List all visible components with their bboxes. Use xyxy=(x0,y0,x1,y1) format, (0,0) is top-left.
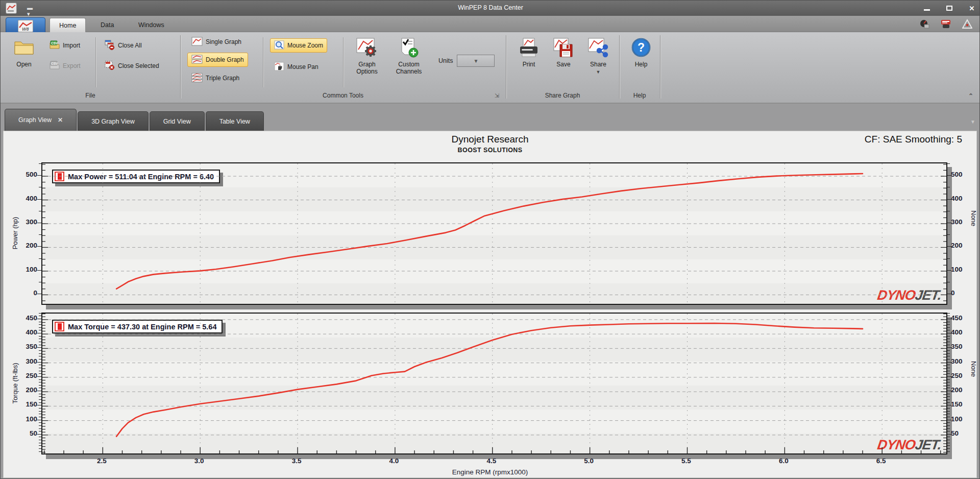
tick-mark xyxy=(947,425,950,426)
close-button[interactable]: ✕ xyxy=(967,5,976,12)
ribbon-tab-home[interactable]: Home xyxy=(50,18,86,32)
tick-label: 500 xyxy=(951,171,963,178)
power-chart-plot[interactable]: Max Power = 511.04 at Engine RPM = 6.40 … xyxy=(41,162,947,305)
tick-mark xyxy=(39,368,41,368)
tick-label: 300 xyxy=(8,357,37,365)
save-button[interactable]: Save xyxy=(549,34,578,87)
tick-mark xyxy=(947,339,950,339)
tab-table-view[interactable]: Table View xyxy=(206,111,264,131)
share-dropdown-caret-icon[interactable]: ▼ xyxy=(596,68,601,76)
minimize-button[interactable] xyxy=(922,5,932,12)
tick-label: 0 xyxy=(951,289,955,297)
correction-factor-label: CF: SAE Smoothing: 5 xyxy=(865,134,962,145)
close-all-button[interactable]: Close All xyxy=(101,38,146,53)
torque-chart-plot[interactable]: Max Torque = 437.30 at Engine RPM = 5.64… xyxy=(41,313,947,454)
tick-mark xyxy=(947,382,950,382)
custom-channels-button[interactable]: Custom Channels xyxy=(390,34,427,87)
tick-label: 50 xyxy=(8,429,37,437)
tick-label: 6.0 xyxy=(772,457,795,465)
winpep-logo-icon: W8 xyxy=(18,20,33,32)
import-button[interactable]: CSV Import xyxy=(45,38,84,53)
tick-label: 3.5 xyxy=(285,457,308,465)
tab-graph-view[interactable]: Graph View ✕ xyxy=(5,109,77,131)
common-tools-dialog-launcher-icon[interactable]: ⇲ xyxy=(495,92,499,99)
graph-options-gear-icon xyxy=(356,37,378,61)
tick-label: 6.5 xyxy=(870,457,892,465)
tick-mark xyxy=(37,175,41,176)
maximize-button[interactable] xyxy=(945,5,954,12)
tick-label: 5.0 xyxy=(578,457,600,465)
tick-mark xyxy=(39,342,41,342)
tick-mark xyxy=(947,365,950,365)
graph-options-button[interactable]: Graph Options xyxy=(351,34,383,87)
svg-text:CSV: CSV xyxy=(51,41,58,45)
tick-mark xyxy=(37,376,41,377)
tick-mark xyxy=(39,324,41,325)
window-title: WinPEP 8 Data Center xyxy=(1,4,980,11)
double-graph-button[interactable]: Double Graph xyxy=(187,53,248,67)
units-dropdown[interactable]: ▼ xyxy=(457,55,495,67)
report-subtitle: BOOST SOLUTIONS xyxy=(4,147,976,154)
tick-mark xyxy=(39,440,41,440)
help-button[interactable]: ? Help xyxy=(626,34,656,87)
tick-mark xyxy=(39,322,41,322)
tick-mark xyxy=(947,434,951,435)
tick-label: 500 xyxy=(8,171,37,178)
ribbon-tab-data[interactable]: Data xyxy=(91,18,123,32)
report-title: Dynojet Research xyxy=(4,134,976,145)
warning-triangle-tray-icon[interactable] xyxy=(962,19,972,29)
mouse-zoom-button[interactable]: Mouse Zoom xyxy=(270,38,327,53)
collapse-ribbon-icon[interactable]: ⌃ xyxy=(968,92,973,100)
tick-mark xyxy=(947,368,950,368)
share-button[interactable]: Share ▼ xyxy=(583,34,613,87)
tab-grid-view[interactable]: Grid View xyxy=(150,111,205,131)
tab-list-dropdown-icon[interactable]: ▼ xyxy=(970,119,975,125)
tick-mark xyxy=(39,431,41,432)
export-csv-icon: CSV xyxy=(50,61,60,71)
svg-text:?: ? xyxy=(638,41,645,54)
tick-mark xyxy=(39,451,41,452)
tab-3d-graph-view[interactable]: 3D Graph View xyxy=(78,111,149,131)
tick-mark xyxy=(947,443,950,443)
tick-mark xyxy=(947,399,950,400)
gauge-tray-icon[interactable] xyxy=(919,19,929,29)
device-tray-icon[interactable] xyxy=(941,19,951,29)
tick-mark xyxy=(947,319,951,319)
tick-mark xyxy=(39,443,41,443)
print-icon xyxy=(518,37,540,61)
tick-label: 150 xyxy=(8,400,37,408)
tick-mark xyxy=(39,316,41,316)
tick-mark xyxy=(947,388,950,388)
tick-mark xyxy=(947,391,951,391)
single-graph-button[interactable]: Single Graph xyxy=(187,35,246,49)
tick-mark xyxy=(947,408,950,409)
triple-graph-button[interactable]: Triple Graph xyxy=(187,71,243,85)
tick-mark xyxy=(947,373,950,374)
tick-mark xyxy=(39,282,41,282)
print-button[interactable]: Print xyxy=(514,34,544,87)
close-selected-button[interactable]: Close Selected xyxy=(101,59,163,73)
close-tab-icon[interactable]: ✕ xyxy=(58,116,63,124)
tick-mark xyxy=(947,316,950,316)
tick-mark xyxy=(39,345,41,345)
app-window: { "window": { "title": "WinPEP 8 Data Ce… xyxy=(0,0,980,479)
tick-label: 200 xyxy=(8,242,37,249)
tick-mark xyxy=(947,440,950,440)
tick-mark xyxy=(947,211,950,211)
tick-mark xyxy=(39,385,41,386)
tick-mark xyxy=(39,408,41,409)
tick-label: 200 xyxy=(951,242,963,249)
tick-mark xyxy=(37,223,41,223)
tick-mark xyxy=(947,376,951,377)
tick-mark xyxy=(947,356,950,356)
save-floppy-icon xyxy=(553,37,574,61)
mouse-pan-button[interactable]: Mouse Pan xyxy=(270,60,323,74)
tick-mark xyxy=(947,163,950,164)
open-button[interactable]: Open xyxy=(8,34,40,87)
tick-mark xyxy=(947,294,951,294)
tick-label: 350 xyxy=(951,343,963,350)
ribbon-tab-windows[interactable]: Windows xyxy=(129,18,174,32)
export-button[interactable]: CSV Export xyxy=(45,59,85,73)
share-icon xyxy=(587,37,609,61)
tick-mark xyxy=(39,211,41,211)
